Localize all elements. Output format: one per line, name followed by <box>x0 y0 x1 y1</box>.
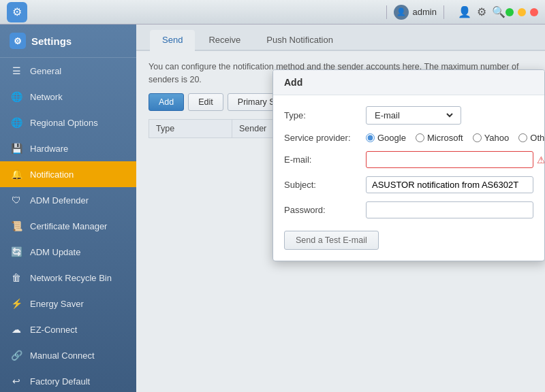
provider-google-radio[interactable] <box>366 133 375 142</box>
sidebar-item-manual-connect[interactable]: 🔗 Manual Connect <box>0 342 136 368</box>
manual-connect-icon: 🔗 <box>10 348 23 362</box>
main-layout: ⚙ Settings ☰ General 🌐 Network 🌐 Regiona… <box>0 24 545 392</box>
sidebar: ⚙ Settings ☰ General 🌐 Network 🌐 Regiona… <box>0 24 136 392</box>
sidebar-item-adm-update[interactable]: 🔄 ADM Update <box>0 239 136 265</box>
password-label: Password: <box>284 205 366 215</box>
subject-input[interactable] <box>366 176 533 193</box>
provider-google[interactable]: Google <box>366 133 406 143</box>
sidebar-item-hardware[interactable]: 💾 Hardware <box>0 135 136 161</box>
password-row: Password: <box>284 201 533 218</box>
service-provider-label: Service provider: <box>284 133 366 143</box>
modal-overlay: Add Type: E-mail SMS <box>272 49 545 392</box>
adm-update-icon: 🔄 <box>10 245 23 259</box>
sidebar-item-network-recycle-bin[interactable]: 🗑 Network Recycle Bin <box>0 265 136 291</box>
type-row: Type: E-mail SMS <box>284 106 533 125</box>
traffic-light-red[interactable] <box>530 8 538 16</box>
app-logo: ⚙ <box>7 2 27 22</box>
tab-send[interactable]: Send <box>150 30 195 51</box>
user-icon2[interactable]: 👤 <box>458 5 471 18</box>
energy-saver-icon: ⚡ <box>10 297 23 310</box>
network-icon: 🌐 <box>10 90 23 103</box>
top-bar: ⚙ 👤 admin 👤 ⚙ 🔍 <box>0 0 545 24</box>
sidebar-item-regional-options[interactable]: 🌐 Regional Options <box>0 110 136 135</box>
provider-yahoo-radio[interactable] <box>473 133 482 142</box>
provider-yahoo-label: Yahoo <box>484 133 510 143</box>
traffic-light-yellow[interactable] <box>518 8 526 16</box>
type-control: E-mail SMS <box>366 106 533 125</box>
subject-label: Subject: <box>284 180 366 190</box>
notification-icon: 🔔 <box>10 167 23 181</box>
hardware-label: Hardware <box>30 144 68 154</box>
sidebar-item-energy-saver[interactable]: ⚡ Energy Saver <box>0 291 136 316</box>
provider-yahoo[interactable]: Yahoo <box>473 133 510 143</box>
manual-connect-label: Manual Connect <box>30 350 95 361</box>
provider-others-label: Others <box>530 133 545 143</box>
tab-receive[interactable]: Receive <box>196 30 253 50</box>
divider2 <box>443 5 444 19</box>
tab-push-notification[interactable]: Push Notification <box>254 30 345 50</box>
logo-icon: ⚙ <box>12 5 22 18</box>
sidebar-header-icon: ⚙ <box>10 33 26 49</box>
service-provider-control: Google Microsoft Yahoo <box>366 133 545 143</box>
sidebar-item-factory-default[interactable]: ↩ Factory Default <box>0 368 136 392</box>
notification-label: Notification <box>30 169 74 180</box>
email-control: ⚠ <box>366 151 533 168</box>
certificate-manager-icon: 📜 <box>10 219 23 233</box>
sidebar-item-ez-connect[interactable]: ☁ EZ-Connect <box>0 316 136 342</box>
user-info: 👤 admin <box>394 5 437 20</box>
username-label: admin <box>413 7 437 17</box>
sidebar-header: ⚙ Settings <box>0 24 136 58</box>
col-type: Type <box>149 119 232 137</box>
type-select[interactable]: E-mail SMS <box>372 110 455 121</box>
settings-icon[interactable]: ⚙ <box>477 5 486 18</box>
send-test-button[interactable]: Send a Test E-mail <box>284 231 379 250</box>
certificate-manager-label: Certificate Manager <box>30 221 107 231</box>
sidebar-title: Settings <box>31 35 72 47</box>
provider-microsoft[interactable]: Microsoft <box>416 133 463 143</box>
factory-default-label: Factory Default <box>30 376 90 387</box>
sidebar-item-notification[interactable]: 🔔 Notification <box>0 161 136 187</box>
top-bar-icons: 👤 ⚙ 🔍 <box>458 5 505 18</box>
adm-defender-label: ADM Defender <box>30 195 89 206</box>
general-label: General <box>30 66 61 76</box>
email-row: E-mail: ⚠ <box>284 151 533 168</box>
provider-microsoft-label: Microsoft <box>427 133 463 143</box>
edit-button[interactable]: Edit <box>188 93 223 111</box>
adm-update-label: ADM Update <box>30 247 80 257</box>
provider-microsoft-radio[interactable] <box>416 133 424 142</box>
type-select-wrap[interactable]: E-mail SMS <box>366 106 461 125</box>
adm-defender-icon: 🛡 <box>10 193 23 207</box>
sidebar-item-adm-defender[interactable]: 🛡 ADM Defender <box>0 187 136 213</box>
network-recycle-bin-label: Network Recycle Bin <box>30 273 112 283</box>
subject-row: Subject: <box>284 176 533 193</box>
content-area: SendReceivePush Notification You can con… <box>136 24 545 392</box>
factory-default-icon: ↩ <box>10 374 23 388</box>
add-button[interactable]: Add <box>149 93 184 111</box>
password-control <box>366 201 533 218</box>
sidebar-item-certificate-manager[interactable]: 📜 Certificate Manager <box>0 213 136 239</box>
modal-body: Type: E-mail SMS Service pro <box>273 95 544 261</box>
regional-options-label: Regional Options <box>30 118 98 128</box>
provider-others[interactable]: Others <box>518 133 545 143</box>
email-input[interactable] <box>366 151 533 168</box>
sidebar-item-network[interactable]: 🌐 Network <box>0 84 136 110</box>
general-icon: ☰ <box>10 64 23 78</box>
provider-others-radio[interactable] <box>518 133 527 142</box>
search-icon[interactable]: 🔍 <box>492 5 505 18</box>
ez-connect-icon: ☁ <box>10 323 23 336</box>
tab-bar: SendReceivePush Notification <box>136 24 545 51</box>
sidebar-item-general[interactable]: ☰ General <box>0 58 136 84</box>
type-label: Type: <box>284 110 366 120</box>
provider-radio-group: Google Microsoft Yahoo <box>366 133 545 143</box>
provider-google-label: Google <box>377 133 406 143</box>
ez-connect-label: EZ-Connect <box>30 325 77 335</box>
divider <box>386 5 387 19</box>
network-recycle-bin-icon: 🗑 <box>10 271 23 284</box>
regional-options-icon: 🌐 <box>10 116 23 129</box>
email-label: E-mail: <box>284 154 366 165</box>
network-label: Network <box>30 92 63 102</box>
hardware-icon: 💾 <box>10 142 23 155</box>
traffic-light-green[interactable] <box>505 8 514 16</box>
subject-control <box>366 176 533 193</box>
password-input[interactable] <box>366 201 533 218</box>
